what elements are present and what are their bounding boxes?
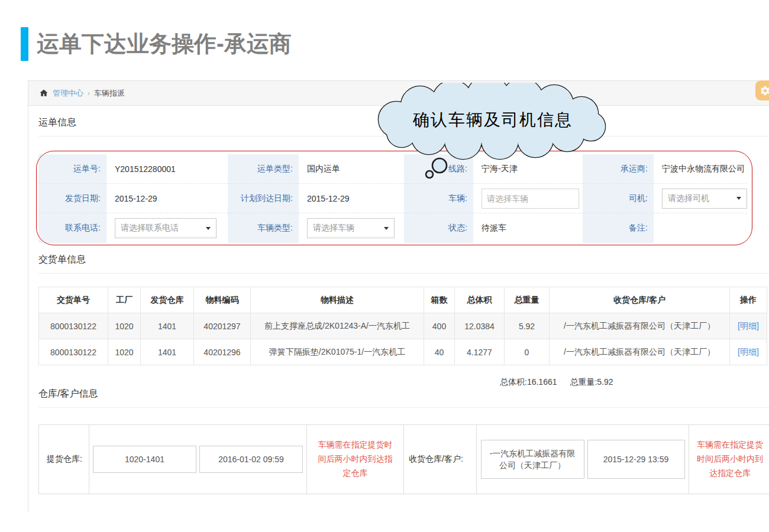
col-total-volume: 总体积 [455, 287, 505, 313]
col-total-weight: 总重量 [505, 287, 550, 313]
col-boxes: 箱数 [424, 287, 455, 313]
cell-ship-warehouse: 1401 [141, 339, 194, 365]
driver-select-value: 请选择司机 [668, 193, 709, 204]
col-material-code: 物料编码 [194, 287, 251, 313]
receive-warehouse-label: 收货仓库/客户: [404, 425, 477, 494]
col-delivery-no: 交货单号 [39, 287, 108, 313]
callout-text: 确认车辆及司机信息 [412, 110, 573, 129]
label-waybill-type: 运单类型: [228, 154, 299, 184]
value-waybill-no: Y201512280001 [106, 154, 228, 184]
thought-bubble-dots [426, 158, 447, 178]
detail-link[interactable]: [明细] [738, 347, 759, 356]
label-waybill-no: 运单号: [38, 154, 106, 184]
value-status: 待派车 [473, 213, 583, 243]
cloud-callout: 确认车辆及司机信息 [364, 83, 619, 187]
cell-material-code: 40201296 [194, 339, 251, 365]
chevron-down-icon [384, 227, 389, 230]
col-material-desc: 物料描述 [251, 287, 424, 313]
pickup-warehouse-code: 1020-1401 [93, 446, 196, 473]
contact-phone-select-value: 请选择联系电话 [121, 223, 179, 233]
cell-total-volume: 12.0384 [455, 313, 505, 339]
label-status: 状态: [404, 213, 473, 243]
accent-bar [21, 27, 28, 61]
cell-boxes: 40 [424, 339, 455, 365]
cell-action: [明细] [730, 313, 767, 339]
cell-receiver: /一汽东机工减振器有限公司（天津工厂） [550, 313, 730, 339]
breadcrumb-separator: › [88, 89, 90, 98]
totals-weight: 总重量:5.92 [570, 377, 613, 387]
chevron-down-icon [736, 197, 741, 200]
detail-link[interactable]: [明细] [738, 321, 759, 330]
cell-total-weight: 5.92 [505, 313, 550, 339]
page-title: 运单下达业务操作-承运商 [21, 27, 292, 61]
divider [38, 407, 769, 408]
section-title-warehouse: 仓库/客户信息 [38, 388, 769, 400]
table-totals: 总体积:16.1661 总重量:5.92 [38, 377, 769, 388]
contact-phone-select[interactable]: 请选择联系电话 [115, 218, 217, 238]
cell-material-code: 40201297 [194, 313, 251, 339]
delivery-table: 交货单号 工厂 发货仓库 物料编码 物料描述 箱数 总体积 总重量 收货仓库/客… [38, 287, 767, 365]
totals-volume: 总体积:16.1661 [500, 377, 557, 387]
receive-customer-name: -一汽东机工减振器有限公司（天津工厂） [481, 440, 584, 479]
label-driver: 司机: [583, 184, 654, 213]
cell-total-volume: 4.1277 [455, 339, 505, 365]
cell-ship-warehouse: 1401 [141, 313, 194, 339]
table-row: 8000130122 1020 1401 40201296 弹簧下隔振垫/2K0… [39, 339, 767, 365]
col-receiver: 收货仓库/客户 [550, 287, 730, 313]
chevron-down-icon [206, 227, 211, 230]
pickup-note: 车辆需在指定提货时间后两小时内到达指定仓库 [307, 425, 404, 494]
gear-icon [760, 85, 769, 96]
cell-plant: 1020 [108, 339, 141, 365]
col-ship-warehouse: 发货仓库 [141, 287, 194, 313]
label-planned-arrival-date: 计划到达日期: [228, 184, 299, 213]
driver-select[interactable]: 请选择司机 [662, 189, 747, 209]
pickup-warehouse-label: 提货仓库: [39, 425, 89, 494]
breadcrumb-current: 车辆指派 [94, 88, 125, 99]
value-ship-date: 2015-12-29 [106, 184, 228, 213]
value-remarks [654, 213, 747, 243]
warehouse-customer-table: 提货仓库: 1020-1401 2016-01-02 09:59 车辆需在指定提… [38, 424, 769, 494]
col-action: 操作 [730, 287, 767, 313]
receive-note: 车辆需在指定提货时间后两小时内到达指定仓库 [689, 425, 769, 494]
value-carrier: 宁波中永物流有限公司 [654, 154, 747, 184]
table-header-row: 交货单号 工厂 发货仓库 物料编码 物料描述 箱数 总体积 总重量 收货仓库/客… [39, 287, 767, 313]
vehicle-input[interactable] [482, 189, 579, 209]
home-icon[interactable] [39, 89, 49, 98]
label-ship-date: 发货日期: [38, 184, 106, 213]
cell-material-desc: 弹簧下隔振垫/2K01075-1/一汽东机工 [251, 339, 424, 365]
label-remarks: 备注: [583, 213, 654, 243]
cell-material-desc: 前上支撑座总成/2K01243-A/一汽东机工 [251, 313, 424, 339]
value-planned-arrival-date: 2015-12-29 [299, 184, 404, 213]
pickup-time: 2016-01-02 09:59 [199, 446, 303, 473]
cell-action: [明细] [730, 339, 767, 365]
label-contact-phone: 联系电话: [38, 213, 106, 243]
cell-boxes: 400 [424, 313, 455, 339]
table-row: 8000130122 1020 1401 40201297 前上支撑座总成/2K… [39, 313, 767, 339]
col-plant: 工厂 [108, 287, 141, 313]
delivery-table-body: 8000130122 1020 1401 40201297 前上支撑座总成/2K… [39, 313, 767, 365]
section-title-delivery: 交货单信息 [38, 254, 769, 266]
cell-receiver: /一汽东机工减振器有限公司（天津工厂） [550, 339, 730, 365]
settings-button[interactable] [755, 80, 769, 100]
receive-time: 2015-12-29 13:59 [587, 440, 685, 479]
vehicle-type-select[interactable]: 请选择车辆 [307, 218, 395, 238]
cell-total-weight: 0 [505, 339, 550, 365]
label-vehicle-type: 车辆类型: [228, 213, 299, 243]
label-vehicle: 车辆: [404, 184, 473, 213]
page: 运单下达业务操作-承运商 管理中心 › 车辆指派 运单信息 运单号: Y2015… [0, 0, 769, 532]
page-title-text: 运单下达业务操作-承运商 [37, 27, 292, 61]
cell-delivery-no: 8000130122 [39, 339, 108, 365]
cell-plant: 1020 [108, 313, 141, 339]
divider [38, 273, 769, 274]
breadcrumb-link-admin-center[interactable]: 管理中心 [53, 88, 83, 99]
cell-delivery-no: 8000130122 [39, 313, 108, 339]
vehicle-type-select-value: 请选择车辆 [313, 223, 354, 233]
